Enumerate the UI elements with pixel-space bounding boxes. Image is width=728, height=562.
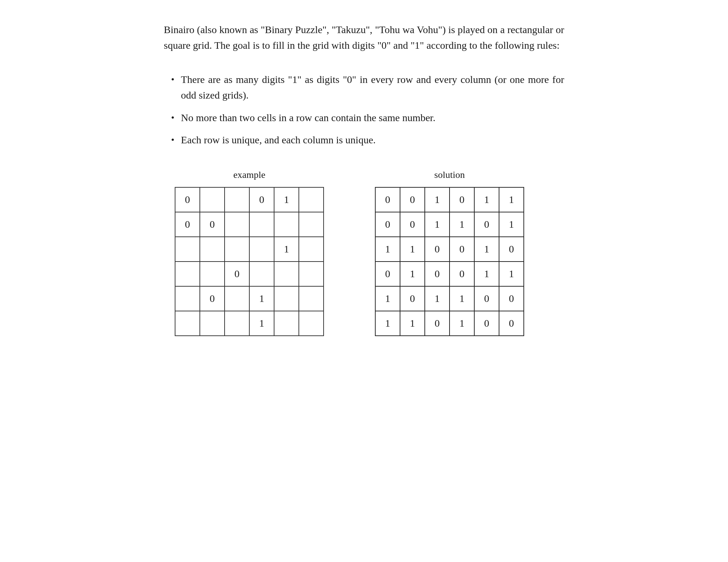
example-cell-0-5 — [299, 187, 324, 212]
rule-item-2: • No more than two cells in a row can co… — [171, 110, 564, 125]
example-cell-3-0 — [175, 262, 200, 286]
solution-label: solution — [434, 170, 465, 180]
example-cell-4-2 — [225, 286, 249, 311]
example-label: example — [233, 170, 265, 180]
example-cell-5-3: 1 — [249, 311, 274, 336]
solution-cell-4-3: 1 — [450, 286, 474, 311]
solution-block: solution 0010110011011100100100111011001… — [375, 170, 524, 336]
solution-cell-4-0: 1 — [375, 286, 400, 311]
solution-cell-1-2: 1 — [425, 212, 450, 237]
solution-cell-4-2: 1 — [425, 286, 450, 311]
rules-list: • There are as many digits "1" as digits… — [164, 72, 564, 148]
rule-text-3: Each row is unique, and each column is u… — [181, 132, 564, 148]
solution-cell-0-0: 0 — [375, 187, 400, 212]
bullet-3: • — [171, 133, 174, 147]
example-cell-1-1: 0 — [200, 212, 225, 237]
solution-cell-3-5: 1 — [499, 262, 524, 286]
example-cell-0-1 — [200, 187, 225, 212]
solution-cell-2-5: 0 — [499, 237, 524, 262]
solution-cell-2-0: 1 — [375, 237, 400, 262]
bullet-1: • — [171, 72, 174, 87]
example-cell-5-2 — [225, 311, 249, 336]
example-cell-0-0: 0 — [175, 187, 200, 212]
solution-cell-2-2: 0 — [425, 237, 450, 262]
solution-cell-1-0: 0 — [375, 212, 400, 237]
solution-cell-3-4: 1 — [474, 262, 499, 286]
example-cell-4-5 — [299, 286, 324, 311]
example-cell-2-2 — [225, 237, 249, 262]
solution-cell-3-3: 0 — [450, 262, 474, 286]
example-cell-3-5 — [299, 262, 324, 286]
solution-cell-1-3: 1 — [450, 212, 474, 237]
example-cell-3-2: 0 — [225, 262, 249, 286]
example-cell-1-3 — [249, 212, 274, 237]
example-cell-5-5 — [299, 311, 324, 336]
example-cell-5-0 — [175, 311, 200, 336]
solution-cell-2-4: 1 — [474, 237, 499, 262]
solution-cell-0-2: 1 — [425, 187, 450, 212]
example-cell-1-0: 0 — [175, 212, 200, 237]
solution-cell-3-2: 0 — [425, 262, 450, 286]
solution-cell-2-3: 0 — [450, 237, 474, 262]
solution-grid: 001011001101110010010011101100110100 — [375, 187, 524, 336]
rule-text-1: There are as many digits "1" as digits "… — [181, 72, 564, 103]
example-cell-3-3 — [249, 262, 274, 286]
example-grid: 0010010011 — [175, 187, 324, 336]
solution-cell-5-3: 1 — [450, 311, 474, 336]
example-cell-0-3: 0 — [249, 187, 274, 212]
solution-cell-5-0: 1 — [375, 311, 400, 336]
solution-cell-5-2: 0 — [425, 311, 450, 336]
example-cell-2-4: 1 — [274, 237, 299, 262]
example-cell-5-4 — [274, 311, 299, 336]
solution-cell-4-1: 0 — [400, 286, 425, 311]
solution-cell-5-5: 0 — [499, 311, 524, 336]
solution-cell-3-1: 1 — [400, 262, 425, 286]
solution-cell-1-5: 1 — [499, 212, 524, 237]
solution-cell-0-1: 0 — [400, 187, 425, 212]
example-cell-1-2 — [225, 212, 249, 237]
solution-cell-5-4: 0 — [474, 311, 499, 336]
example-cell-1-4 — [274, 212, 299, 237]
example-cell-2-0 — [175, 237, 200, 262]
solution-cell-1-4: 0 — [474, 212, 499, 237]
example-cell-4-4 — [274, 286, 299, 311]
example-cell-4-0 — [175, 286, 200, 311]
solution-cell-5-1: 1 — [400, 311, 425, 336]
solution-cell-0-5: 1 — [499, 187, 524, 212]
page-container: Binairo (also known as "Binary Puzzle", … — [164, 22, 564, 540]
solution-cell-4-4: 0 — [474, 286, 499, 311]
rule-item-1: • There are as many digits "1" as digits… — [171, 72, 564, 103]
solution-cell-4-5: 0 — [499, 286, 524, 311]
solution-cell-2-1: 1 — [400, 237, 425, 262]
solution-cell-0-4: 1 — [474, 187, 499, 212]
example-cell-4-1: 0 — [200, 286, 225, 311]
example-cell-0-4: 1 — [274, 187, 299, 212]
example-cell-0-2 — [225, 187, 249, 212]
example-cell-1-5 — [299, 212, 324, 237]
solution-cell-3-0: 0 — [375, 262, 400, 286]
example-cell-2-1 — [200, 237, 225, 262]
solution-cell-1-1: 0 — [400, 212, 425, 237]
example-cell-4-3: 1 — [249, 286, 274, 311]
example-cell-3-4 — [274, 262, 299, 286]
rule-item-3: • Each row is unique, and each column is… — [171, 132, 564, 148]
solution-cell-0-3: 0 — [450, 187, 474, 212]
example-block: example 0010010011 — [175, 170, 324, 336]
grids-section: example 0010010011 solution 001011001101… — [164, 170, 564, 336]
example-cell-5-1 — [200, 311, 225, 336]
rule-text-2: No more than two cells in a row can cont… — [181, 110, 564, 125]
example-cell-2-5 — [299, 237, 324, 262]
bullet-2: • — [171, 111, 174, 125]
example-cell-2-3 — [249, 237, 274, 262]
intro-paragraph: Binairo (also known as "Binary Puzzle", … — [164, 22, 564, 53]
example-cell-3-1 — [200, 262, 225, 286]
